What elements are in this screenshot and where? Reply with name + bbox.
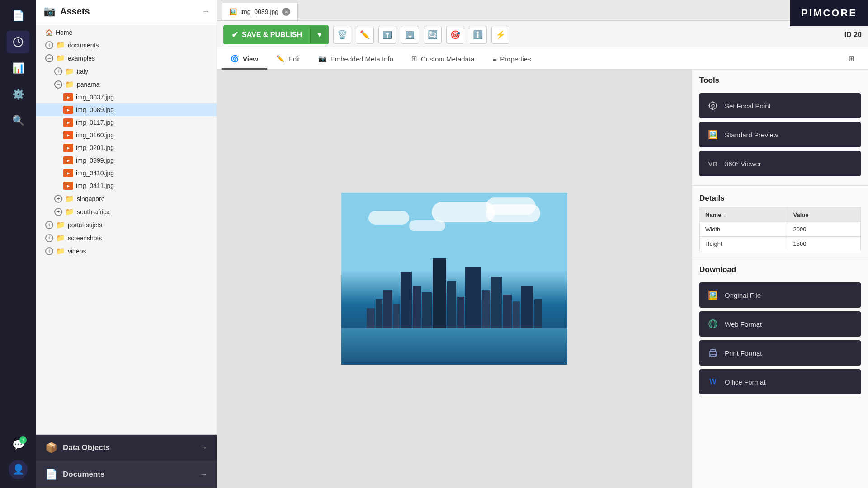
data-objects-nav[interactable]: 📊 — [7, 57, 29, 80]
data-objects-label: Data Objects — [63, 443, 110, 452]
standard-preview-button[interactable]: 🖼️ Standard Preview — [699, 122, 861, 147]
tree-item-img0037[interactable]: ▶ img_0037.jpg — [36, 91, 217, 103]
image-area — [217, 70, 692, 488]
tree-item-img0117[interactable]: ▶ img_0117.jpg — [36, 116, 217, 129]
web-format-label: Web Format — [725, 320, 762, 328]
flash-button[interactable]: ⚡ — [491, 26, 509, 44]
tree-item-portal-sujets[interactable]: + 📁 portal-sujets — [36, 218, 217, 231]
properties-tab-icon: ≡ — [492, 55, 496, 63]
edit-button[interactable]: ✏️ — [356, 26, 374, 44]
tab-embedded-meta[interactable]: 📷 Embedded Meta Info — [309, 49, 402, 70]
img-file-icon: ▶ — [63, 93, 73, 101]
expand-portal-btn[interactable]: + — [45, 221, 53, 229]
tree-item-documents[interactable]: + 📁 documents — [36, 38, 217, 52]
sidebar-title: Assets — [60, 6, 198, 17]
collapse-panama-btn[interactable]: − — [54, 80, 62, 89]
360-viewer-icon: VR — [707, 157, 719, 170]
img-file-icon: ▶ — [63, 182, 73, 190]
img-file-icon: ▶ — [63, 118, 73, 127]
tab-edit[interactable]: ✏️ Edit — [267, 49, 309, 70]
download-from-cloud-button[interactable]: ⬇️ — [401, 26, 419, 44]
table-row: Width 2000 — [700, 222, 861, 237]
divider1 — [692, 185, 868, 186]
assets-nav[interactable] — [7, 31, 29, 53]
tree-item-label: img_0410.jpg — [76, 169, 114, 177]
expand-italy-btn[interactable]: + — [54, 67, 62, 75]
tree-item-label: south-africa — [77, 208, 110, 216]
tree-item-img0410[interactable]: ▶ img_0410.jpg — [36, 167, 217, 179]
documents-folder-icon: 📁 — [56, 41, 65, 49]
tree-item-panama[interactable]: − 📁 panama — [36, 78, 217, 91]
img-file-icon: ▶ — [63, 131, 73, 139]
tree-item-label: videos — [68, 248, 86, 255]
web-format-icon — [707, 318, 719, 330]
name-column-header[interactable]: Name ↓ — [700, 208, 788, 222]
save-dropdown-btn[interactable]: ▼ — [310, 26, 329, 43]
tree-item-examples[interactable]: − 📁 examples — [36, 52, 217, 65]
building — [376, 299, 382, 331]
tab-view-label: View — [243, 55, 258, 63]
tree-item-singapore[interactable]: + 📁 singapore — [36, 192, 217, 205]
name-header-label: Name — [705, 211, 721, 218]
building — [393, 304, 400, 331]
grid-tab-icon: ⊞ — [849, 55, 854, 63]
width-label: Width — [700, 222, 788, 237]
search-nav[interactable]: 🔍 — [7, 109, 29, 132]
tree-item-img0399[interactable]: ▶ img_0399.jpg — [36, 154, 217, 167]
tree-item-home[interactable]: 🏠 Home — [36, 27, 217, 38]
tree-area: 🏠 Home + 📁 documents − 📁 examples + 📁 it… — [36, 23, 217, 434]
tree-item-videos[interactable]: + 📁 videos — [36, 244, 217, 258]
tree-item-img0411[interactable]: ▶ img_0411.jpg — [36, 179, 217, 192]
building — [401, 272, 412, 331]
set-focal-point-button[interactable]: Set Focal Point — [699, 93, 861, 118]
expand-screenshots-btn[interactable]: + — [45, 234, 53, 242]
screenshots-folder-icon: 📁 — [56, 234, 65, 242]
asset-id: ID 20 — [844, 31, 862, 39]
tab-grid[interactable]: ⊞ — [840, 49, 863, 70]
info-button[interactable]: ℹ️ — [469, 26, 487, 44]
tree-item-screenshots[interactable]: + 📁 screenshots — [36, 231, 217, 244]
location-button[interactable]: 🎯 — [446, 26, 464, 44]
documents-nav-item[interactable]: 📄 Documents → — [36, 461, 217, 488]
original-file-label: Original File — [725, 291, 761, 299]
original-file-button[interactable]: 🖼️ Original File — [699, 282, 861, 308]
expand-singapore-btn[interactable]: + — [54, 195, 62, 203]
cloud3 — [368, 211, 409, 225]
value-header-label: Value — [793, 211, 809, 218]
tab-close-btn[interactable]: ✕ — [282, 8, 290, 16]
tab-view[interactable]: 🌀 View — [222, 49, 267, 70]
refresh-button[interactable]: 🔄 — [424, 26, 442, 44]
tree-item-label: singapore — [77, 195, 105, 202]
tree-item-img0089[interactable]: ▶ img_0089.jpg — [36, 103, 217, 116]
user-nav[interactable]: 👤 — [9, 460, 28, 479]
web-format-button[interactable]: Web Format — [699, 311, 861, 337]
tree-item-label: portal-sujets — [68, 221, 102, 229]
settings-nav[interactable]: ⚙️ — [7, 83, 29, 106]
collapse-examples-btn[interactable]: − — [45, 54, 53, 62]
documents-nav[interactable]: 📄 — [7, 5, 29, 27]
active-tab[interactable]: 🖼️ img_0089.jpg ✕ — [222, 3, 298, 20]
360-viewer-button[interactable]: VR 360° Viewer — [699, 151, 861, 176]
tab-custom-metadata[interactable]: ⊞ Custom Metadata — [402, 49, 483, 70]
value-column-header[interactable]: Value — [788, 208, 860, 222]
print-format-button[interactable]: Print Format — [699, 340, 861, 366]
expand-documents-btn[interactable]: + — [45, 41, 53, 49]
office-format-button[interactable]: W Office Format — [699, 369, 861, 394]
tree-item-img0201[interactable]: ▶ img_0201.jpg — [36, 141, 217, 154]
delete-button[interactable]: 🗑️ — [333, 26, 351, 44]
messages-nav[interactable]: 💬 1 — [7, 434, 29, 456]
img-file-icon: ▶ — [63, 156, 73, 164]
view-tab-icon: 🌀 — [231, 55, 239, 63]
save-publish-button[interactable]: ✔ SAVE & PUBLISH ▼ — [223, 25, 329, 44]
tree-item-italy[interactable]: + 📁 italy — [36, 65, 217, 78]
expand-south-africa-btn[interactable]: + — [54, 208, 62, 216]
data-objects-nav-item[interactable]: 📦 Data Objects → — [36, 435, 217, 461]
tree-item-img0160[interactable]: ▶ img_0160.jpg — [36, 129, 217, 141]
details-title: Details — [699, 194, 861, 203]
tree-item-south-africa[interactable]: + 📁 south-africa — [36, 205, 217, 218]
tree-item-label: italy — [77, 68, 88, 75]
tab-properties[interactable]: ≡ Properties — [483, 50, 540, 70]
height-label: Height — [700, 237, 788, 251]
upload-to-cloud-button[interactable]: ⬆️ — [378, 26, 396, 44]
expand-videos-btn[interactable]: + — [45, 247, 53, 255]
